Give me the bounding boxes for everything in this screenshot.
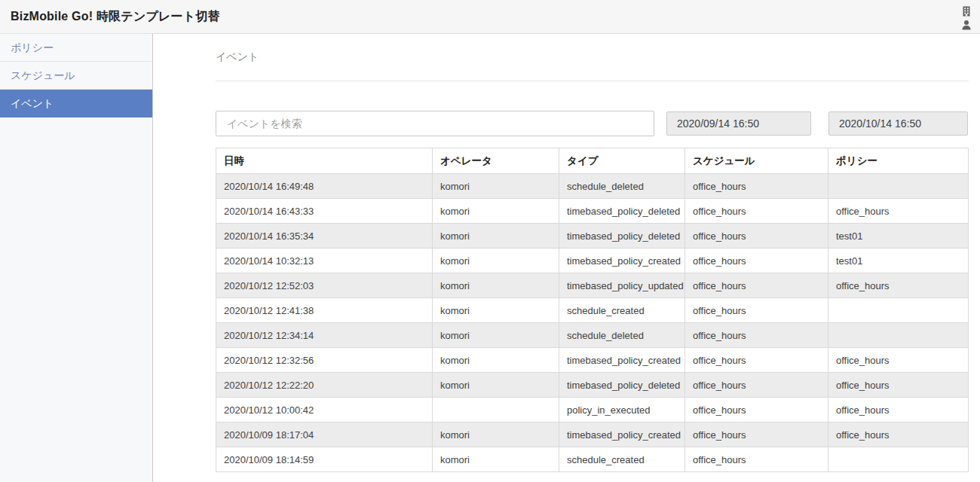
table-row: 2020/10/09 18:14:59komorischedule_create… bbox=[216, 447, 969, 472]
table-cell: schedule_created bbox=[559, 298, 685, 323]
table-cell: office_hours bbox=[685, 249, 828, 273]
column-header-type: タイプ bbox=[559, 148, 685, 174]
table-cell: office_hours bbox=[685, 174, 828, 199]
table-cell: 2020/10/12 12:52:03 bbox=[216, 273, 433, 298]
table-cell: office_hours bbox=[685, 323, 828, 348]
table-cell: komori bbox=[433, 447, 559, 472]
table-row: 2020/10/12 12:32:56komoritimebased_polic… bbox=[216, 348, 969, 373]
event-table-head: 日時 オペレータ タイプ スケジュール ポリシー bbox=[216, 148, 969, 174]
table-header-row: 日時 オペレータ タイプ スケジュール ポリシー bbox=[216, 148, 969, 174]
table-cell: 2020/10/12 12:22:20 bbox=[216, 373, 433, 398]
table-cell: 2020/10/14 16:49:48 bbox=[216, 174, 433, 199]
table-cell: office_hours bbox=[685, 348, 828, 373]
table-cell: komori bbox=[433, 224, 559, 249]
sidebar-item-policy[interactable]: ポリシー bbox=[0, 34, 152, 62]
table-cell bbox=[433, 398, 559, 423]
table-cell: office_hours bbox=[685, 224, 828, 249]
app-header: BizMobile Go! 時限テンプレート切替 bbox=[0, 0, 980, 34]
table-cell: komori bbox=[433, 298, 559, 323]
sidebar-item-event[interactable]: イベント bbox=[0, 90, 152, 117]
sidebar: ポリシー スケジュール イベント bbox=[0, 34, 153, 482]
table-cell: test01 bbox=[828, 224, 969, 249]
table-cell: 2020/10/09 18:14:59 bbox=[216, 447, 433, 472]
date-from-field[interactable]: 2020/09/14 16:50 bbox=[666, 111, 811, 136]
table-cell: timebased_policy_deleted bbox=[559, 199, 685, 224]
table-cell: office_hours bbox=[828, 273, 969, 298]
column-header-operator: オペレータ bbox=[433, 148, 559, 174]
app-title: BizMobile Go! 時限テンプレート切替 bbox=[11, 9, 220, 25]
table-cell: komori bbox=[433, 348, 559, 373]
table-cell: office_hours bbox=[685, 199, 828, 224]
table-row: 2020/10/12 12:41:38komorischedule_create… bbox=[216, 298, 969, 323]
table-cell: timebased_policy_deleted bbox=[559, 373, 685, 398]
user-icon[interactable] bbox=[960, 19, 972, 31]
title-divider bbox=[216, 81, 969, 81]
column-header-policy: ポリシー bbox=[828, 148, 969, 174]
table-cell: office_hours bbox=[828, 373, 969, 398]
table-cell: 2020/10/12 12:34:14 bbox=[216, 323, 433, 348]
table-cell: 2020/10/09 18:17:04 bbox=[216, 423, 433, 447]
table-row: 2020/10/09 18:17:04komoritimebased_polic… bbox=[216, 423, 969, 447]
table-cell: office_hours bbox=[685, 373, 828, 398]
event-table: 日時 オペレータ タイプ スケジュール ポリシー 2020/10/14 16:4… bbox=[216, 148, 969, 472]
column-header-schedule: スケジュール bbox=[685, 148, 828, 174]
table-cell: schedule_created bbox=[559, 447, 685, 472]
table-cell bbox=[828, 174, 969, 199]
table-cell: test01 bbox=[828, 249, 969, 273]
table-row: 2020/10/12 10:00:42policy_in_executedoff… bbox=[216, 398, 969, 423]
table-cell: timebased_policy_created bbox=[559, 423, 685, 447]
table-cell: komori bbox=[433, 423, 559, 447]
page-title: イベント bbox=[216, 50, 969, 64]
table-cell: policy_in_executed bbox=[559, 398, 685, 423]
table-row: 2020/10/14 16:49:48komorischedule_delete… bbox=[216, 174, 969, 199]
organization-icon[interactable] bbox=[960, 5, 972, 17]
table-cell: schedule_deleted bbox=[559, 323, 685, 348]
table-cell: office_hours bbox=[828, 398, 969, 423]
table-cell: office_hours bbox=[685, 398, 828, 423]
table-cell: komori bbox=[433, 249, 559, 273]
table-cell: 2020/10/14 16:43:33 bbox=[216, 199, 433, 224]
table-cell: komori bbox=[433, 373, 559, 398]
table-cell: timebased_policy_created bbox=[559, 348, 685, 373]
table-cell: komori bbox=[433, 174, 559, 199]
event-table-body: 2020/10/14 16:49:48komorischedule_delete… bbox=[216, 174, 969, 472]
table-cell: 2020/10/12 10:00:42 bbox=[216, 398, 433, 423]
table-cell: schedule_deleted bbox=[559, 174, 685, 199]
table-cell: komori bbox=[433, 323, 559, 348]
table-row: 2020/10/12 12:52:03komoritimebased_polic… bbox=[216, 273, 969, 298]
table-cell: office_hours bbox=[685, 447, 828, 472]
table-cell: office_hours bbox=[828, 348, 969, 373]
table-cell: office_hours bbox=[685, 273, 828, 298]
table-cell bbox=[828, 447, 969, 472]
table-row: 2020/10/14 16:35:34komoritimebased_polic… bbox=[216, 224, 969, 249]
table-row: 2020/10/12 12:22:20komoritimebased_polic… bbox=[216, 373, 969, 398]
table-row: 2020/10/12 12:34:14komorischedule_delete… bbox=[216, 323, 969, 348]
table-cell bbox=[828, 298, 969, 323]
filter-row: 2020/09/14 16:50 2020/10/14 16:50 bbox=[216, 111, 968, 136]
table-cell: office_hours bbox=[685, 298, 828, 323]
column-header-datetime: 日時 bbox=[216, 148, 433, 174]
table-row: 2020/10/14 10:32:13komoritimebased_polic… bbox=[216, 249, 969, 273]
table-cell: 2020/10/12 12:41:38 bbox=[216, 298, 433, 323]
date-to-field[interactable]: 2020/10/14 16:50 bbox=[828, 111, 968, 136]
search-input[interactable] bbox=[216, 111, 654, 136]
table-cell: office_hours bbox=[828, 199, 969, 224]
table-cell: timebased_policy_created bbox=[559, 249, 685, 273]
table-cell: 2020/10/14 16:35:34 bbox=[216, 224, 433, 249]
main-content: イベント 2020/09/14 16:50 2020/10/14 16:50 日… bbox=[153, 34, 980, 482]
header-icons bbox=[960, 5, 974, 31]
table-cell bbox=[828, 323, 969, 348]
table-cell: 2020/10/12 12:32:56 bbox=[216, 348, 433, 373]
table-cell: office_hours bbox=[828, 423, 969, 447]
table-row: 2020/10/14 16:43:33komoritimebased_polic… bbox=[216, 199, 969, 224]
table-cell: office_hours bbox=[685, 423, 828, 447]
table-cell: komori bbox=[433, 199, 559, 224]
table-cell: timebased_policy_updated bbox=[559, 273, 685, 298]
table-cell: komori bbox=[433, 273, 559, 298]
table-cell: 2020/10/14 10:32:13 bbox=[216, 249, 433, 273]
sidebar-item-schedule[interactable]: スケジュール bbox=[0, 62, 152, 90]
layout: ポリシー スケジュール イベント イベント 2020/09/14 16:50 2… bbox=[0, 34, 980, 482]
table-cell: timebased_policy_deleted bbox=[559, 224, 685, 249]
